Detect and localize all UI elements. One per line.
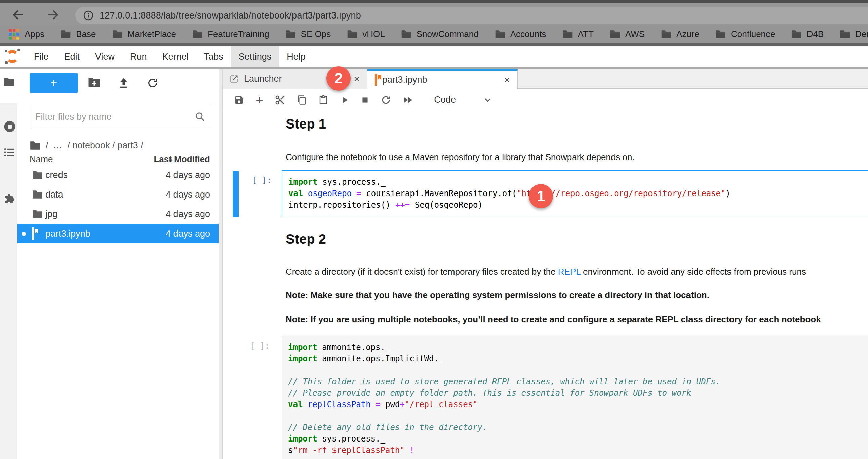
cell-type-dropdown-value[interactable]: Code [434, 94, 456, 105]
panel-resize-handle[interactable] [218, 69, 222, 459]
file-row-creds[interactable]: creds 4 days ago [18, 165, 218, 185]
bookmark-folder-item[interactable]: Base [61, 29, 96, 39]
add-cell-icon[interactable]: + [255, 95, 263, 105]
step2-heading: Step 2 [286, 231, 326, 247]
search-icon [195, 111, 206, 122]
url-text: 127.0.0.1:8888/lab/tree/snowparklab/note… [99, 10, 361, 21]
menu-item[interactable]: Settings [231, 47, 279, 67]
file-row-data[interactable]: data 4 days ago [18, 185, 218, 204]
bookmark-folder-item[interactable]: vHOL [347, 29, 384, 39]
menu-item[interactable]: Edit [57, 47, 88, 67]
bookmark-folder-item[interactable]: Confluence [715, 29, 775, 39]
menu-item-label: File [34, 52, 49, 62]
bookmark-folder-item[interactable]: FeatureTraining [192, 29, 269, 39]
paste-cells-icon[interactable] [318, 94, 329, 105]
column-name[interactable]: Name [30, 154, 53, 165]
file-browser-icon[interactable] [4, 77, 14, 86]
folder-icon [61, 30, 71, 38]
menu-item[interactable]: Help [279, 47, 313, 67]
menu-item[interactable]: Kernel [155, 47, 196, 67]
folder-icon [192, 30, 203, 38]
folder-icon [715, 30, 726, 38]
bookmark-folder-item[interactable]: SnowCommand [401, 29, 479, 39]
close-tab-icon[interactable]: × [504, 75, 510, 86]
refresh-icon[interactable] [147, 77, 158, 89]
bookmark-folder-item[interactable]: Accounts [495, 29, 546, 39]
menu-item[interactable]: Tabs [196, 47, 231, 67]
menu-item-label: Help [287, 52, 306, 62]
menu-item[interactable]: View [87, 47, 122, 67]
run-cell-icon[interactable] [340, 95, 349, 105]
run-all-icon[interactable] [402, 95, 414, 105]
cell1-prompt: [ ]: [252, 176, 272, 185]
breadcrumb-root[interactable]: / [46, 140, 49, 151]
bookmark-folder-item[interactable]: Azure [661, 29, 699, 39]
close-tab-icon[interactable]: × [354, 74, 360, 85]
column-last-modified[interactable]: Last Modified [154, 154, 210, 165]
file-name: data [45, 190, 63, 200]
file-row-jpg[interactable]: jpg 4 days ago [18, 204, 218, 224]
breadcrumb-path[interactable]: / notebook / part3 / [68, 140, 143, 151]
running-sessions-icon[interactable] [4, 120, 16, 133]
bookmark-label: FeatureTraining [208, 29, 269, 39]
site-info-icon[interactable] [83, 10, 94, 21]
home-folder-icon[interactable] [30, 141, 41, 150]
bookmark-folder-item[interactable]: AWS [610, 29, 645, 39]
notebook-icon [375, 75, 377, 85]
chrome-bottom-edge [0, 43, 868, 47]
upload-icon[interactable] [118, 77, 129, 89]
forward-icon[interactable] [46, 8, 60, 22]
cell1-editor[interactable]: import sys.process._val osgeoRepo = cour… [282, 170, 868, 218]
save-icon[interactable] [234, 95, 244, 105]
folder-icon [840, 30, 850, 38]
window-title-strip [0, 0, 868, 3]
repl-link[interactable]: REPL [558, 266, 581, 277]
cell1-collapser[interactable] [232, 171, 239, 218]
breadcrumb-ellipsis[interactable]: … [53, 140, 63, 151]
new-launcher-button[interactable]: + [30, 74, 78, 92]
bookmark-label: Confluence [731, 29, 775, 39]
jupyter-logo [5, 49, 20, 64]
step2-text-after: environment. To avoid any side effects f… [581, 266, 806, 277]
extensions-icon[interactable] [4, 193, 16, 205]
address-bar[interactable]: 127.0.0.1:8888/lab/tree/snowparklab/note… [75, 7, 868, 24]
file-row-part3-selected[interactable]: part3.ipynb 4 days ago [18, 224, 218, 243]
filter-files-input[interactable] [35, 112, 195, 122]
chevron-down-icon[interactable] [483, 95, 493, 105]
bookmark-apps[interactable]: Apps [9, 29, 44, 40]
table-of-contents-icon[interactable] [4, 147, 15, 157]
notebook-icon [32, 229, 34, 239]
bookmark-folder-item[interactable]: D4B [792, 29, 824, 39]
bookmark-folder-item[interactable]: ATT [562, 29, 594, 39]
bookmark-label: SE Ops [301, 29, 331, 39]
breadcrumb: / … / notebook / part3 / [30, 138, 143, 153]
back-icon[interactable] [11, 8, 26, 22]
folder-icon [792, 30, 802, 38]
cell2-prompt: [ ]: [250, 341, 270, 351]
tab-part3-active[interactable]: part3.ipynb × [367, 69, 518, 89]
copy-cells-icon[interactable] [297, 94, 307, 105]
notebook-toolbar: + Code [222, 89, 868, 111]
folder-icon [32, 210, 43, 219]
file-name: part3.ipynb [45, 229, 90, 239]
file-modified: 4 days ago [166, 209, 210, 220]
bookmark-folder-item[interactable]: Demo [840, 29, 868, 39]
bookmark-label: Azure [676, 29, 699, 39]
interrupt-kernel-icon[interactable] [361, 95, 369, 104]
cell2-editor[interactable]: import ammonite.ops._import ammonite.ops… [282, 336, 868, 459]
bookmark-label: D4B [807, 29, 824, 39]
file-modified: 4 days ago [166, 190, 210, 200]
filter-files-box[interactable] [30, 105, 211, 129]
file-name: jpg [45, 209, 58, 220]
menu-item[interactable]: File [26, 47, 57, 67]
cut-cells-icon[interactable] [275, 94, 285, 105]
restart-kernel-icon[interactable] [381, 95, 391, 105]
folder-icon [347, 30, 358, 38]
bookmark-folder-item[interactable]: SE Ops [285, 29, 331, 39]
bookmark-folder-item[interactable]: MarketPlace [112, 29, 177, 39]
note1-text: Note: Make sure that you have the operat… [286, 290, 709, 300]
new-folder-icon[interactable] [88, 77, 100, 87]
folder-icon [32, 190, 43, 199]
menu-item[interactable]: Run [122, 47, 155, 67]
step1-paragraph: Configure the notebook to use a Maven re… [286, 152, 635, 163]
